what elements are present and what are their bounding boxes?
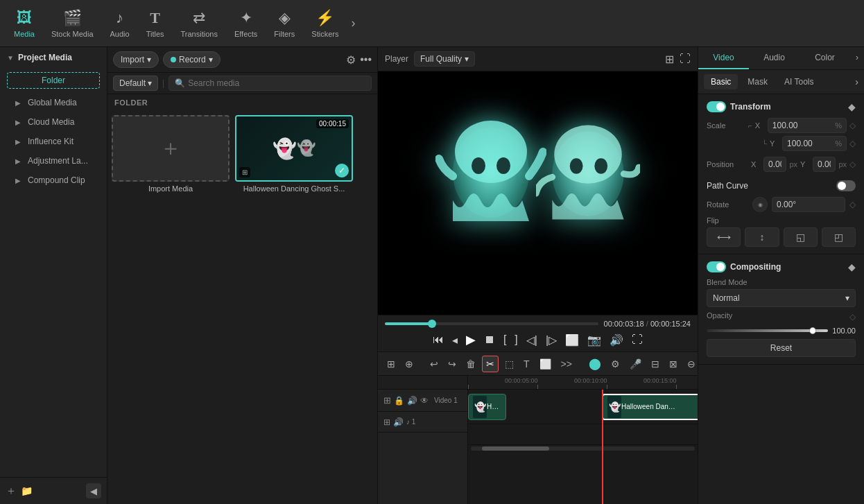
sub-tab-basic[interactable]: Basic (704, 74, 738, 89)
opacity-slider[interactable] (707, 329, 828, 332)
flip-tl-btn[interactable]: ◱ (784, 227, 818, 247)
sidebar-item-adjustment-layer[interactable]: ▶ Adjustment La... (0, 151, 107, 171)
ghost-clip-thumb[interactable]: 👻 👻 00:00:15 ⊞ ✓ (235, 115, 353, 182)
compositing-diamond-btn[interactable]: ◆ (848, 261, 856, 272)
flip-v-btn[interactable]: ↕ (745, 227, 779, 247)
tl-delete-btn[interactable]: 🗑 (463, 356, 479, 372)
tl-mic-btn[interactable]: 🎤 (626, 356, 645, 372)
toolbar-filters[interactable]: ◈ Filters (266, 5, 303, 42)
toolbar-titles[interactable]: T Titles (138, 5, 173, 42)
h-scroll-thumb[interactable] (482, 446, 549, 451)
toolbar-media[interactable]: 🖼 Media (6, 5, 43, 42)
fullscreen-icon[interactable]: ⛶ (680, 53, 691, 66)
tl-rect-btn[interactable]: ⬜ (536, 356, 555, 372)
sidebar-folder-btn[interactable]: Folder (7, 72, 100, 89)
prev-mark-btn[interactable]: ◁| (526, 333, 537, 347)
sidebar-project-media[interactable]: ▼ Project Media (0, 47, 107, 68)
compositing-toggle[interactable] (707, 261, 726, 272)
track-volume-btn[interactable]: 🔊 (407, 396, 417, 406)
sidebar-item-global-media[interactable]: ▶ Global Media (0, 93, 107, 112)
tl-settings-btn[interactable]: ⚙ (607, 356, 623, 372)
record-btn[interactable]: Record ▾ (163, 51, 221, 68)
sidebar-collapse-btn[interactable]: ◀ (86, 483, 101, 498)
rotate-keyframe-btn[interactable]: ◇ (849, 200, 856, 209)
pos-x-input[interactable] (768, 159, 781, 169)
monitor-btn[interactable]: ⬜ (565, 333, 579, 347)
volume-btn[interactable]: 🔊 (610, 333, 623, 347)
tl-text-btn[interactable]: T (520, 356, 533, 372)
sidebar-item-cloud-media[interactable]: ▶ Cloud Media (0, 112, 107, 132)
media-filter-btn[interactable]: ⚙ (346, 53, 356, 67)
snapshot-btn[interactable]: 📷 (587, 333, 601, 347)
import-btn[interactable]: Import ▾ (113, 51, 159, 68)
scale-x-keyframe-btn[interactable]: ◇ (849, 121, 856, 130)
flip-tr-btn[interactable]: ◰ (822, 227, 856, 247)
reset-btn[interactable]: Reset (707, 339, 856, 357)
tl-undo-btn[interactable]: ↩ (426, 356, 442, 372)
tl-split-btn[interactable]: ✂ (482, 356, 499, 372)
track-add-btn[interactable]: ⊞ (383, 395, 391, 406)
scale-y-keyframe-btn[interactable]: ◇ (849, 139, 856, 148)
skip-back-btn[interactable]: ⏮ (433, 333, 444, 346)
tl-split2-btn[interactable]: ⊟ (648, 356, 663, 372)
sidebar-folder-btn2[interactable]: 📁 (21, 485, 33, 496)
audio-track-vol-btn[interactable]: 🔊 (393, 417, 404, 427)
transform-toggle[interactable] (707, 101, 726, 112)
blend-mode-select[interactable]: Normal ▾ (707, 289, 856, 307)
quality-select[interactable]: Full Quality ▾ (414, 51, 475, 67)
tl-add-track-btn[interactable]: ⊞ (383, 356, 399, 372)
next-mark-btn[interactable]: |▷ (546, 333, 557, 347)
toolbar-transitions[interactable]: ⇄ Transitions (173, 5, 226, 42)
h-scroll-track[interactable] (471, 446, 695, 451)
tab-color[interactable]: Color (800, 47, 850, 69)
scale-y-input[interactable] (787, 139, 833, 148)
tl-detach-btn[interactable]: ⊠ (666, 356, 681, 372)
media-item-ghost-clip[interactable]: 👻 👻 00:00:15 ⊞ ✓ Halloween Dancing Ghost… (235, 115, 353, 500)
clip-block-1[interactable]: 👻 Hall... (468, 394, 506, 420)
sidebar-item-influence-kit[interactable]: ▶ Influence Kit (0, 132, 107, 151)
mark-out-btn[interactable]: ] (515, 333, 517, 346)
tab-video[interactable]: Video (698, 47, 749, 69)
path-curve-toggle[interactable] (836, 180, 856, 191)
search-input[interactable] (188, 78, 365, 88)
default-btn[interactable]: Default ▾ (113, 76, 158, 91)
tab-audio[interactable]: Audio (749, 47, 800, 69)
progress-bar[interactable] (385, 322, 598, 325)
opacity-keyframe-btn[interactable]: ◇ (849, 312, 856, 322)
mark-in-btn[interactable]: [ (503, 333, 506, 346)
flip-h-btn[interactable]: ⟷ (707, 227, 741, 247)
tl-magnet-btn[interactable]: ⊕ (401, 356, 417, 372)
fullscreen-btn[interactable]: ⛶ (632, 333, 643, 346)
media-more-btn[interactable]: ••• (360, 53, 372, 66)
toolbar-audio[interactable]: ♪ Audio (102, 5, 138, 42)
grid-view-icon[interactable]: ⊞ (665, 53, 674, 66)
rotate-input[interactable] (777, 200, 840, 209)
sub-tab-mask[interactable]: Mask (741, 74, 775, 89)
sub-tab-more[interactable]: › (855, 76, 858, 87)
play-btn[interactable]: ▶ (466, 332, 476, 347)
clip-block-2[interactable]: 👻 Halloween Dancing Ghost Split Projecti… (602, 394, 698, 420)
frame-back-btn[interactable]: ◂ (452, 333, 458, 347)
track-eye-btn[interactable]: 👁 (420, 396, 429, 406)
toolbar-stickers[interactable]: ⚡ Stickers (303, 5, 347, 42)
toolbar-stock-media[interactable]: 🎬 Stock Media (43, 5, 102, 42)
sub-tab-ai-tools[interactable]: AI Tools (777, 74, 820, 89)
transform-diamond-btn[interactable]: ◆ (848, 101, 856, 112)
sidebar-add-btn[interactable]: ＋ (6, 484, 17, 498)
rotate-dial[interactable]: ◉ (752, 197, 768, 212)
audio-track-add-btn[interactable]: ⊞ (383, 417, 390, 427)
tl-redo-btn[interactable]: ↪ (444, 356, 460, 372)
pos-y-input[interactable] (818, 159, 831, 169)
tl-more-btn[interactable]: >> (558, 356, 576, 372)
import-media-thumb[interactable]: ＋ (112, 115, 230, 182)
stop-btn[interactable]: ⏹ (484, 333, 495, 346)
media-item-import[interactable]: ＋ Import Media (112, 115, 230, 500)
sidebar-item-compound-clip[interactable]: ▶ Compound Clip (0, 171, 107, 190)
scale-x-input[interactable] (772, 121, 833, 130)
toolbar-effects[interactable]: ✦ Effects (226, 5, 266, 42)
right-tab-more[interactable]: › (850, 47, 864, 69)
tl-green-toggle[interactable]: ⬤ (585, 355, 605, 372)
pos-keyframe-btn[interactable]: ◇ (849, 159, 856, 169)
track-lock-btn[interactable]: 🔒 (394, 396, 404, 406)
toolbar-more-btn[interactable]: › (347, 16, 359, 31)
